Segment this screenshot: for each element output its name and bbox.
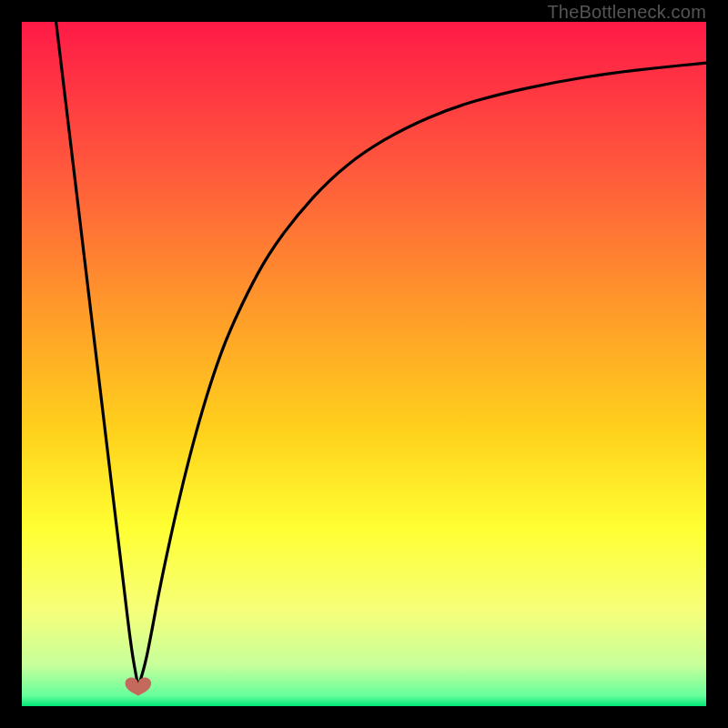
chart-frame: TheBottleneck.com	[0, 0, 728, 728]
bottleneck-chart	[22, 22, 706, 706]
watermark-text: TheBottleneck.com	[547, 2, 706, 23]
